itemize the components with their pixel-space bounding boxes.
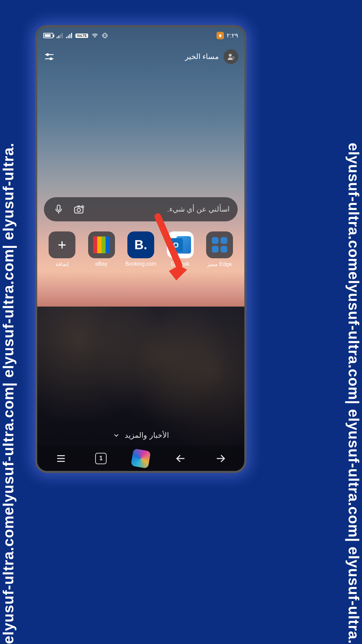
settings-icon[interactable] (43, 51, 55, 63)
app-ebay[interactable]: eBay (85, 231, 118, 267)
page-header: مساء الخير (37, 44, 244, 69)
back-button[interactable] (172, 450, 189, 467)
status-bar: VoLTE ٢:٢٩ (37, 27, 244, 44)
copilot-icon (131, 448, 151, 468)
notification-badge-icon (217, 32, 224, 39)
app-booking-label: Booking.com (125, 261, 157, 267)
camera-icon[interactable] (72, 203, 85, 216)
watermark-right: elyusuf-ultra.comelyusuf-ultra.com| elyu… (345, 143, 362, 644)
chevron-down-icon (113, 432, 120, 439)
device-frame: VoLTE ٢:٢٩ مساء الخير (35, 25, 246, 473)
booking-icon: B. (134, 238, 147, 252)
greeting-text: مساء الخير (185, 52, 219, 61)
volume-button (245, 84, 246, 114)
clock-text: ٢:٢٩ (227, 32, 238, 39)
menu-button[interactable] (52, 450, 70, 467)
profile-add-button[interactable] (224, 49, 238, 64)
app-booking[interactable]: B. Booking.com (124, 231, 158, 267)
microphone-icon[interactable] (52, 203, 65, 216)
app-edge-label: مميز Edge (207, 261, 232, 267)
grid-icon (212, 237, 227, 253)
app-add-label: إضافة (55, 261, 69, 267)
svg-rect-1 (104, 33, 106, 38)
app-ebay-label: eBay (95, 261, 107, 267)
svg-point-12 (77, 209, 80, 212)
outlook-icon: O (169, 238, 183, 252)
svg-point-6 (229, 54, 232, 57)
power-button (245, 141, 246, 188)
app-shortcuts-row: + إضافة eBay B. Booking.com O Outlook م (37, 231, 244, 277)
app-add[interactable]: + إضافة (45, 231, 79, 267)
app-outlook[interactable]: O Outlook (164, 231, 197, 267)
forward-button[interactable] (212, 450, 229, 467)
news-label: الأخبار والمزيد (125, 431, 169, 440)
watermark-left: elyusuf-ultra.comelyusuf-ultra.com| elyu… (0, 143, 17, 644)
app-outlook-label: Outlook (171, 261, 189, 267)
svg-rect-10 (57, 205, 60, 211)
tab-count: 1 (95, 453, 107, 464)
app-edge-featured[interactable]: مميز Edge (203, 231, 236, 267)
svg-point-0 (95, 37, 96, 38)
search-bar[interactable]: اسألني عن أي شيء. (44, 197, 238, 221)
plus-icon: + (58, 236, 66, 253)
signal-1-icon (57, 33, 63, 38)
bottom-nav: 1 (37, 446, 244, 471)
search-placeholder: اسألني عن أي شيء. (167, 205, 230, 214)
news-expand-row[interactable]: الأخبار والمزيد (37, 431, 244, 446)
ebay-icon (93, 236, 110, 253)
volte-badge: VoLTE (75, 34, 88, 38)
phone-screen: VoLTE ٢:٢٩ مساء الخير (37, 27, 244, 471)
tabs-button[interactable]: 1 (92, 450, 110, 467)
wifi-icon (92, 32, 98, 39)
signal-2-icon (66, 33, 72, 38)
copilot-button[interactable] (132, 450, 149, 467)
battery-icon (43, 33, 53, 38)
vibrate-icon (102, 32, 108, 39)
